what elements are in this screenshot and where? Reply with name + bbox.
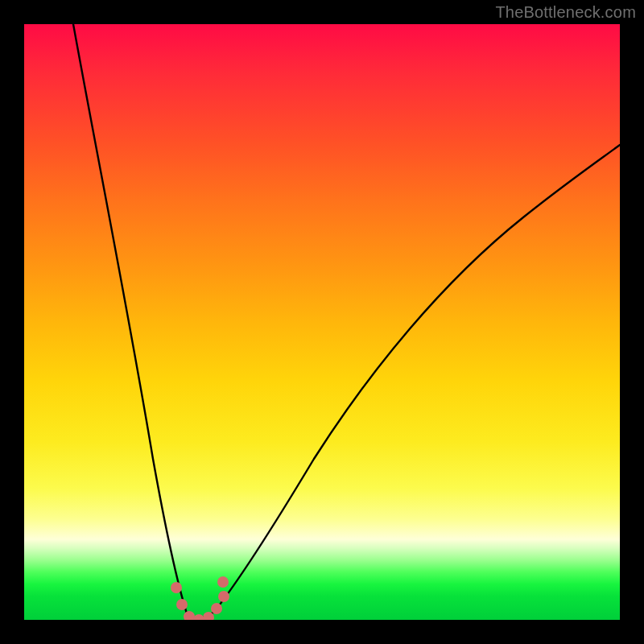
marker-dot [184, 611, 195, 620]
marker-group [171, 576, 229, 620]
marker-dot [176, 599, 188, 610]
marker-dot [218, 591, 229, 602]
marker-dot [211, 603, 222, 614]
watermark-text: TheBottleneck.com [495, 3, 636, 22]
marker-dot [193, 614, 204, 620]
chart-container: TheBottleneck.com [0, 0, 644, 644]
marker-dot [217, 576, 229, 588]
marker-dot [171, 582, 182, 593]
marker-layer [24, 24, 620, 620]
marker-dot [203, 612, 214, 620]
